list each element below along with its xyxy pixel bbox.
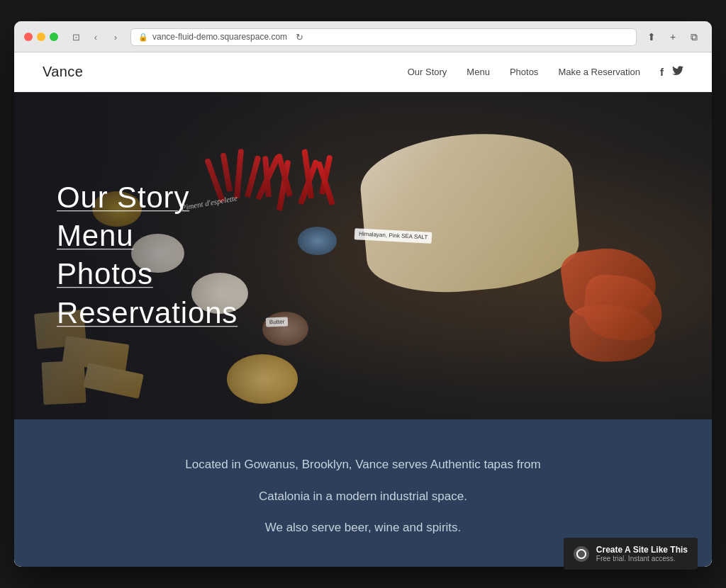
maximize-button[interactable] (50, 33, 58, 41)
back-button[interactable]: ‹ (88, 29, 104, 45)
forward-button[interactable]: › (108, 29, 123, 45)
nav-our-story[interactable]: Our Story (408, 67, 447, 77)
hero-nav-menu[interactable]: Menu (57, 218, 238, 254)
tabs-button[interactable]: ⧉ (686, 29, 702, 45)
address-bar[interactable]: 🔒 vance-fluid-demo.squarespace.com ↻ (130, 28, 637, 46)
nav-photos[interactable]: Photos (510, 67, 538, 77)
nav-menu[interactable]: Menu (467, 67, 490, 77)
hero-section: Himalayan, Pink SEA SALT Butter (14, 92, 712, 419)
info-text-1: Located in Gowanus, Brooklyn, Vance serv… (150, 455, 576, 475)
reload-button[interactable]: ↻ (296, 32, 303, 43)
browser-nav: ⊡ ‹ › (68, 29, 123, 45)
website: Vance Our Story Menu Photos Make a Reser… (14, 52, 712, 567)
squarespace-icon (574, 546, 589, 562)
close-button[interactable] (24, 33, 33, 41)
nav-links: Our Story Menu Photos Make a Reservation… (408, 66, 683, 78)
nav-reservation[interactable]: Make a Reservation (558, 67, 640, 77)
badge-subtitle: Free trial. Instant access. (596, 555, 688, 562)
browser-actions: ⬆ + ⧉ (644, 29, 702, 45)
browser-chrome: ⊡ ‹ › 🔒 vance-fluid-demo.squarespace.com… (14, 21, 712, 52)
badge-title: Create A Site Like This (596, 545, 688, 555)
social-icons: f (660, 66, 683, 78)
site-logo[interactable]: Vance (43, 64, 83, 80)
facebook-icon[interactable]: f (660, 66, 664, 78)
twitter-icon[interactable] (672, 66, 683, 78)
window-toggle-button[interactable]: ⊡ (68, 29, 84, 45)
info-text-2: Catalonia in a modern industrial space. (150, 487, 576, 507)
squarespace-badge[interactable]: Create A Site Like This Free trial. Inst… (564, 538, 698, 570)
hero-nav-photos[interactable]: Photos (57, 257, 238, 293)
browser-window: ⊡ ‹ › 🔒 vance-fluid-demo.squarespace.com… (14, 21, 712, 567)
url-text: vance-fluid-demo.squarespace.com (152, 32, 287, 42)
lock-icon: 🔒 (138, 33, 148, 42)
new-tab-button[interactable]: + (665, 29, 681, 45)
hero-nav-our-story[interactable]: Our Story (57, 180, 238, 215)
share-button[interactable]: ⬆ (644, 29, 659, 45)
hero-menu: Our Story Menu Photos Reservations (57, 180, 238, 332)
badge-text: Create A Site Like This Free trial. Inst… (596, 545, 688, 562)
info-text-3: We also serve beer, wine and spirits. (43, 518, 683, 538)
hero-nav-reservations[interactable]: Reservations (57, 295, 238, 331)
site-nav: Vance Our Story Menu Photos Make a Reser… (14, 52, 712, 92)
minimize-button[interactable] (37, 33, 45, 41)
serving-board (357, 125, 582, 299)
traffic-lights (24, 33, 58, 41)
meat-area (556, 234, 698, 375)
